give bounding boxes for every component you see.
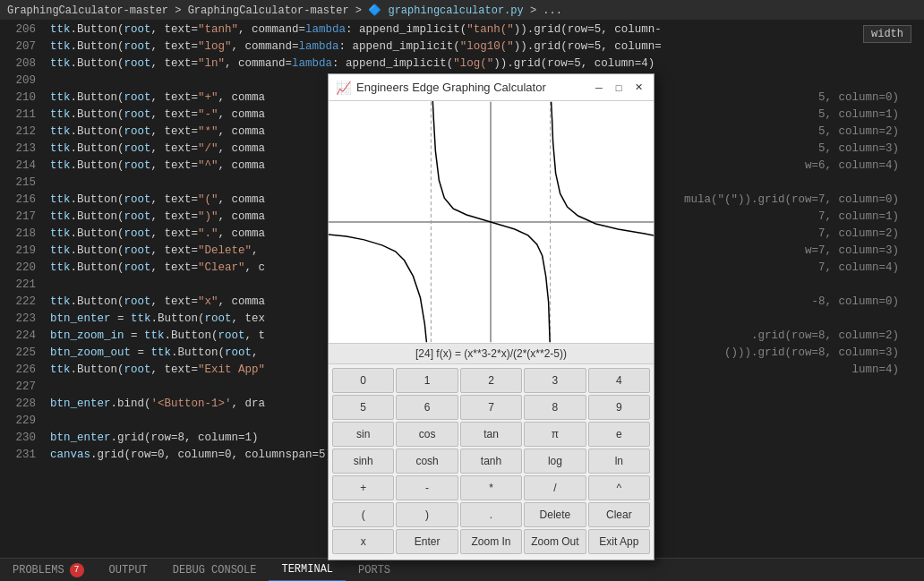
btn-delete[interactable]: Delete: [524, 502, 586, 527]
btn-lparen[interactable]: (: [332, 502, 394, 527]
btn-6[interactable]: 6: [396, 395, 458, 420]
button-row-2: 5 6 7 8 9: [332, 395, 650, 420]
calculator-title: Engineers Edge Graphing Calculator: [356, 81, 546, 94]
width-indicator: width: [863, 25, 911, 43]
tab-ports[interactable]: PORTS: [346, 559, 403, 582]
btn-e[interactable]: e: [588, 422, 650, 447]
btn-dot[interactable]: .: [460, 502, 522, 527]
btn-5[interactable]: 5: [332, 395, 394, 420]
btn-exit-app[interactable]: Exit App: [588, 529, 650, 554]
tab-debug-console[interactable]: DEBUG CONSOLE: [160, 559, 270, 582]
btn-zoom-out[interactable]: Zoom Out: [524, 529, 586, 554]
code-line: 207 ttk.Button(root, text="log", command…: [0, 38, 924, 56]
btn-pi[interactable]: π: [524, 422, 586, 447]
btn-9[interactable]: 9: [588, 395, 650, 420]
panel-tabs: PROBLEMS 7 OUTPUT DEBUG CONSOLE TERMINAL…: [0, 559, 403, 582]
btn-cos[interactable]: cos: [396, 422, 458, 447]
btn-div[interactable]: /: [524, 475, 586, 500]
btn-2[interactable]: 2: [460, 368, 522, 393]
btn-3[interactable]: 3: [524, 368, 586, 393]
button-row-5: + - * / ^: [332, 475, 650, 500]
btn-7[interactable]: 7: [460, 395, 522, 420]
btn-tan[interactable]: tan: [460, 422, 522, 447]
btn-sin[interactable]: sin: [332, 422, 394, 447]
btn-enter[interactable]: Enter: [396, 529, 458, 554]
problems-badge: 7: [70, 563, 84, 577]
breadcrumb: GraphingCalculator-master > GraphingCalc…: [0, 0, 924, 20]
button-row-7: x Enter Zoom In Zoom Out Exit App: [332, 529, 650, 554]
tab-output-label: OUTPUT: [109, 564, 148, 577]
maximize-button[interactable]: □: [611, 80, 627, 96]
btn-sinh[interactable]: sinh: [332, 449, 394, 474]
btn-8[interactable]: 8: [524, 395, 586, 420]
calculator-icon: 📈: [336, 81, 351, 95]
btn-add[interactable]: +: [332, 475, 394, 500]
btn-clear[interactable]: Clear: [588, 502, 650, 527]
close-button[interactable]: ✕: [630, 80, 646, 96]
tab-terminal[interactable]: TERMINAL: [269, 559, 346, 582]
tab-problems[interactable]: PROBLEMS 7: [0, 559, 97, 582]
graph-svg: [329, 101, 654, 343]
button-row-6: ( ) . Delete Clear: [332, 502, 650, 527]
btn-mul[interactable]: *: [460, 475, 522, 500]
formula-bar: [24] f(x) = (x**3-2*x)/(2*(x**2-5)): [329, 343, 654, 364]
calculator-title-left: 📈 Engineers Edge Graphing Calculator: [336, 81, 546, 95]
code-line: 208 ttk.Button(root, text="ln", command=…: [0, 56, 924, 73]
btn-pow[interactable]: ^: [588, 475, 650, 500]
btn-4[interactable]: 4: [588, 368, 650, 393]
button-row-1: 0 1 2 3 4: [332, 368, 650, 393]
btn-ln[interactable]: ln: [588, 449, 650, 474]
btn-1[interactable]: 1: [396, 368, 458, 393]
calculator-buttons: 0 1 2 3 4 5 6 7 8 9 sin cos tan π e sinh…: [329, 364, 654, 560]
formula-text: [24] f(x) = (x**3-2*x)/(2*(x**2-5)): [415, 347, 567, 360]
tab-problems-label: PROBLEMS: [13, 564, 64, 577]
calculator-window: 📈 Engineers Edge Graphing Calculator ─ □…: [328, 73, 654, 560]
btn-log[interactable]: log: [524, 449, 586, 474]
tab-terminal-label: TERMINAL: [281, 563, 333, 576]
btn-zoom-in[interactable]: Zoom In: [460, 529, 522, 554]
breadcrumb-text: GraphingCalculator-master > GraphingCalc…: [7, 4, 562, 17]
button-row-4: sinh cosh tanh log ln: [332, 449, 650, 474]
btn-cosh[interactable]: cosh: [396, 449, 458, 474]
tab-ports-label: PORTS: [358, 564, 390, 577]
code-line: 206 ttk.Button(root, text="tanh", comman…: [0, 21, 924, 38]
minimize-button[interactable]: ─: [591, 80, 607, 96]
calculator-titlebar: 📈 Engineers Edge Graphing Calculator ─ □…: [329, 74, 654, 101]
btn-0[interactable]: 0: [332, 368, 394, 393]
btn-sub[interactable]: -: [396, 475, 458, 500]
btn-tanh[interactable]: tanh: [460, 449, 522, 474]
graph-area: [329, 101, 654, 343]
bottom-panel: PROBLEMS 7 OUTPUT DEBUG CONSOLE TERMINAL…: [0, 558, 924, 581]
button-row-3: sin cos tan π e: [332, 422, 650, 447]
btn-x[interactable]: x: [332, 529, 394, 554]
title-controls: ─ □ ✕: [591, 80, 646, 96]
btn-rparen[interactable]: ): [396, 502, 458, 527]
tab-output[interactable]: OUTPUT: [97, 559, 160, 582]
tab-debug-label: DEBUG CONSOLE: [173, 564, 257, 577]
